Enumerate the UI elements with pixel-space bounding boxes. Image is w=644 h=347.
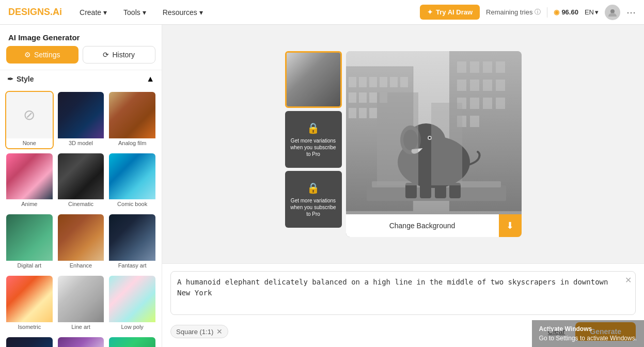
- page-title: AI Image Generator: [0, 25, 162, 46]
- svg-rect-46: [431, 103, 462, 185]
- topnav: DESIGNS.Ai Create ▾ Tools ▾ Resources ▾ …: [0, 0, 644, 25]
- divider: [547, 7, 547, 18]
- main-image: [346, 51, 522, 237]
- style-item-digital[interactable]: Digital art: [5, 213, 54, 272]
- settings-icon: ⚙: [24, 51, 31, 59]
- prompt-clear-icon-button[interactable]: ✕: [625, 275, 632, 285]
- lock-icon: 🔒: [307, 182, 320, 194]
- tab-row: ⚙ Settings ⟳ History: [0, 46, 162, 70]
- style-item-anime[interactable]: Anime: [5, 152, 54, 211]
- svg-rect-30: [496, 98, 505, 109]
- nav-right: ✦ Try AI Draw Remaining tries ⓘ ◉ 96.60 …: [420, 5, 636, 20]
- style-item-fantasy[interactable]: Fantasy art: [108, 213, 156, 272]
- svg-rect-6: [359, 77, 367, 87]
- logo-text: DESIGNS.: [8, 7, 53, 17]
- svg-rect-45: [377, 92, 418, 185]
- style-item-lineart[interactable]: Line art: [57, 275, 105, 333]
- style-item-analog[interactable]: Analog film: [108, 91, 156, 149]
- main-layout: AI Image Generator ⚙ Settings ⟳ History …: [0, 25, 644, 347]
- lock-icon: 🔒: [307, 122, 320, 134]
- style-item-none[interactable]: ⊘ None: [5, 91, 54, 149]
- svg-rect-20: [470, 61, 479, 73]
- image-thumbs: 🔒 Get more variations when you subscribe…: [285, 51, 342, 237]
- image-grid: 🔒 Get more variations when you subscribe…: [285, 51, 522, 237]
- main-content: 🔒 Get more variations when you subscribe…: [162, 25, 644, 347]
- user-avatar[interactable]: [605, 5, 620, 20]
- tab-settings[interactable]: ⚙ Settings: [6, 46, 78, 64]
- svg-rect-32: [470, 116, 479, 127]
- chevron-down-icon: ▾: [103, 8, 107, 17]
- nav-resources[interactable]: Resources ▾: [160, 6, 206, 19]
- prompt-input[interactable]: [170, 271, 636, 315]
- canvas-area: 🔒 Get more variations when you subscribe…: [162, 25, 644, 263]
- svg-rect-26: [496, 80, 505, 91]
- prompt-input-wrap: ✕: [170, 271, 636, 317]
- style-item-3d[interactable]: 3D model: [57, 91, 105, 149]
- sidebar: AI Image Generator ⚙ Settings ⟳ History …: [0, 25, 162, 347]
- style-item-isometric[interactable]: Isometric: [5, 275, 54, 333]
- tag-row: Square (1:1) ✕: [170, 325, 538, 338]
- svg-rect-16: [359, 108, 367, 118]
- tab-history[interactable]: ⟳ History: [83, 46, 156, 64]
- svg-rect-22: [496, 61, 505, 73]
- nav-tools[interactable]: Tools ▾: [120, 6, 149, 19]
- thumbnail-1[interactable]: [285, 51, 342, 108]
- chevron-down-icon: ▾: [143, 8, 146, 17]
- style-item-enhance[interactable]: Enhance: [57, 213, 105, 272]
- style-section-header[interactable]: ✒ Style ▲: [0, 70, 162, 88]
- svg-rect-29: [483, 98, 492, 109]
- style-item-comic[interactable]: Comic book: [108, 152, 156, 211]
- svg-rect-8: [380, 77, 387, 87]
- info-icon: ⓘ: [535, 8, 541, 17]
- svg-rect-5: [349, 77, 356, 87]
- svg-rect-19: [457, 61, 466, 73]
- try-aidraw-button[interactable]: ✦ Try AI Draw: [420, 5, 480, 20]
- thumbnail-3-locked[interactable]: 🔒 Get more variations when you subscribe…: [285, 171, 342, 228]
- chevron-down-icon: ▾: [199, 8, 203, 17]
- svg-rect-23: [457, 80, 466, 91]
- chevron-down-icon: ▾: [595, 8, 599, 16]
- svg-rect-28: [470, 98, 479, 109]
- language-selector[interactable]: EN ▾: [585, 8, 599, 16]
- svg-rect-12: [359, 92, 367, 103]
- svg-rect-17: [369, 108, 377, 118]
- svg-rect-9: [390, 77, 398, 87]
- main-image-wrap: Change Background ⬇: [346, 51, 522, 237]
- svg-rect-11: [349, 92, 356, 103]
- tag-remove-button[interactable]: ✕: [216, 327, 223, 336]
- style-item-row4a[interactable]: [5, 336, 54, 347]
- close-icon: ✕: [625, 276, 632, 285]
- logo-ai: Ai: [53, 7, 62, 17]
- svg-point-0: [610, 9, 615, 13]
- credits-display: ◉ 96.60: [554, 8, 578, 16]
- style-item-lowpoly[interactable]: Low poly: [108, 275, 156, 333]
- remaining-tries: Remaining tries ⓘ: [486, 8, 541, 17]
- svg-rect-42: [420, 183, 431, 198]
- logo[interactable]: DESIGNS.Ai: [8, 7, 62, 18]
- style-item-row4c[interactable]: [108, 336, 156, 347]
- wand-icon: ✦: [427, 8, 433, 16]
- nav-create[interactable]: Create ▾: [76, 6, 110, 19]
- svg-rect-10: [400, 77, 408, 87]
- coin-icon: ◉: [554, 8, 559, 16]
- svg-rect-7: [369, 77, 377, 87]
- collapse-icon: ▲: [146, 74, 154, 84]
- download-button[interactable]: ⬇: [499, 214, 522, 237]
- change-background-bar: Change Background ⬇: [346, 214, 522, 237]
- change-bg-label: Change Background: [346, 222, 499, 230]
- svg-point-40: [429, 137, 431, 139]
- style-item-cinematic[interactable]: Cinematic: [57, 152, 105, 211]
- svg-rect-13: [369, 92, 377, 103]
- style-icon: ✒: [7, 75, 13, 83]
- nav-more-icon[interactable]: ⋯: [626, 7, 636, 18]
- style-item-row4b[interactable]: [57, 336, 105, 347]
- svg-rect-24: [470, 80, 479, 91]
- activate-windows-toast: Activate Windows Go to Settings to activ…: [532, 320, 644, 347]
- download-icon: ⬇: [506, 220, 514, 231]
- svg-rect-25: [483, 80, 492, 91]
- thumbnail-2-locked[interactable]: 🔒 Get more variations when you subscribe…: [285, 111, 342, 168]
- history-icon: ⟳: [103, 51, 109, 59]
- style-grid: ⊘ None 3D model Analog film Anime Cinema: [0, 88, 162, 347]
- svg-rect-15: [349, 108, 356, 118]
- svg-rect-21: [483, 61, 492, 73]
